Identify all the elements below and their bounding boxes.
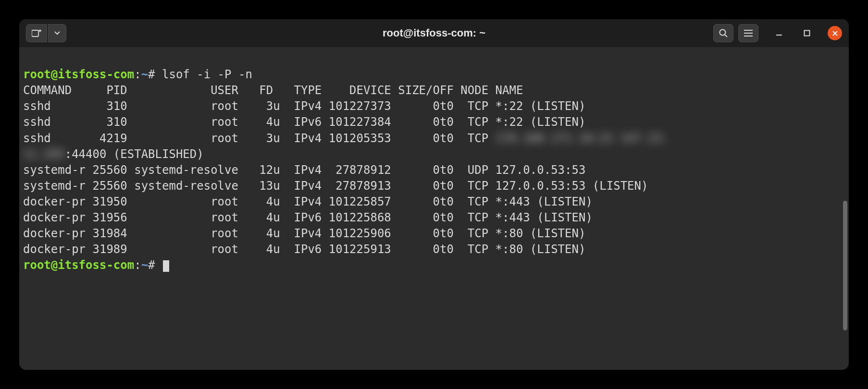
prompt-path: ~ [141,258,148,272]
output-row-redacted: 11.203:44400 (ESTABLISHED) [23,147,204,161]
window-controls [772,26,842,40]
output-row: systemd-r 25560 systemd-resolve 13u IPv4… [23,179,648,193]
close-button[interactable] [828,26,842,40]
svg-rect-0 [32,30,38,36]
maximize-button[interactable] [800,26,814,40]
prompt-sep: : [134,258,141,272]
output-row: docker-pr 31984 root 4u IPv4 101225906 0… [23,227,585,240]
prompt-dollar: # [148,258,155,272]
svg-point-3 [720,30,726,36]
menu-button[interactable] [738,24,758,42]
output-row: docker-pr 31956 root 4u IPv6 101225868 0… [23,211,593,224]
output-row: systemd-r 25560 systemd-resolve 12u IPv4… [23,163,585,177]
window-title: root@itsfoss-com: ~ [383,27,485,39]
command-text: lsof -i -P -n [162,68,252,81]
search-button[interactable] [713,24,733,42]
minimize-icon [775,29,783,37]
titlebar-left-group [26,24,66,42]
svg-line-4 [725,35,727,37]
prompt-user: root@itsfoss-com [23,258,134,272]
row-visible: sshd 4219 root 3u IPv4 101205353 0t0 TCP [23,132,496,145]
scrollbar-thumb[interactable] [843,201,847,330]
maximize-icon [804,30,810,36]
row-visible: :44400 (ESTABLISHED) [65,147,204,161]
new-tab-button[interactable] [26,24,47,42]
search-icon [719,28,728,38]
output-row: sshd 310 root 3u IPv4 101227373 0t0 TCP … [23,99,585,113]
cursor [163,260,169,272]
titlebar-right-group [713,24,842,42]
output-row: docker-pr 31989 root 4u IPv6 101225913 0… [23,243,585,256]
prompt-dollar: # [148,68,155,81]
minimize-button[interactable] [772,26,786,40]
close-icon [832,30,838,36]
hamburger-icon [744,30,753,36]
prompt-user: root@itsfoss-com [23,68,134,81]
titlebar: root@itsfoss-com: ~ [19,19,849,47]
prompt-line-2: root@itsfoss-com:~# [23,258,169,272]
redacted-text: 170.100.171.10:22 147.23. [496,132,669,145]
tab-dropdown-button[interactable] [48,24,66,42]
svg-rect-9 [805,31,810,36]
terminal-body[interactable]: root@itsfoss-com:~# lsof -i -P -n COMMAN… [19,47,849,370]
output-row: sshd 310 root 4u IPv6 101227384 0t0 TCP … [23,115,585,129]
output-row: docker-pr 31950 root 4u IPv4 101225857 0… [23,195,593,208]
prompt-path: ~ [141,68,148,81]
output-row-redacted: sshd 4219 root 3u IPv4 101205353 0t0 TCP… [23,132,669,145]
new-tab-icon [32,29,41,37]
prompt-sep: : [134,68,141,81]
output-header: COMMAND PID USER FD TYPE DEVICE SIZE/OFF… [23,84,523,97]
chevron-down-icon [54,31,61,36]
terminal-window: root@itsfoss-com: ~ [19,19,849,370]
redacted-text: 11.203 [23,147,65,161]
prompt-line-1: root@itsfoss-com:~# lsof -i -P -n [23,68,252,81]
